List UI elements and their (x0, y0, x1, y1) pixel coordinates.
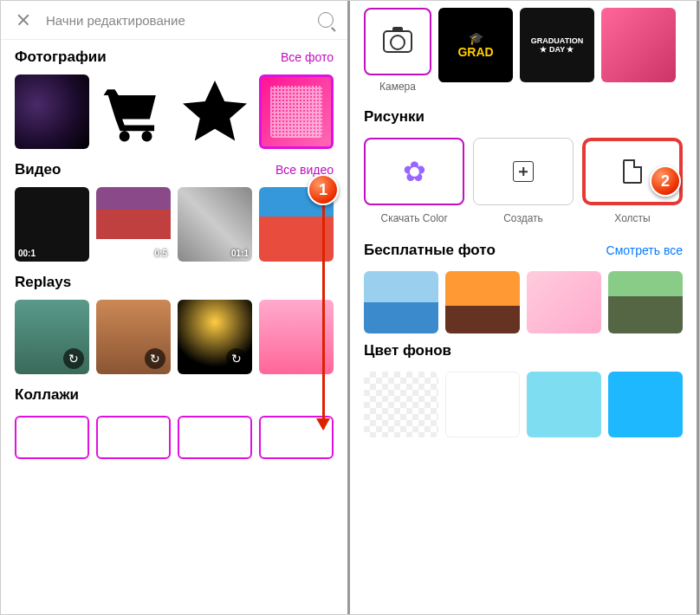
template-thumb[interactable]: 🎓GRAD (438, 8, 513, 82)
video-duration: 01:1 (231, 249, 249, 258)
video-duration: 0:5 (155, 249, 167, 258)
create-label: Создать (503, 212, 543, 224)
bg-swatch-blue[interactable] (608, 372, 683, 437)
canvas-label: Холсты (614, 212, 650, 224)
collage-item[interactable] (96, 416, 171, 459)
photo-thumb[interactable] (15, 74, 89, 149)
download-color-button[interactable]: ✿ (364, 138, 464, 205)
right-screen: Камера 🎓GRAD GRADUATION★ DAY ★ Рисунки ✿… (350, 1, 699, 614)
camera-button[interactable] (364, 8, 431, 75)
annotation-arrow (322, 204, 325, 429)
create-button[interactable] (473, 138, 574, 205)
free-photo-thumb[interactable] (364, 271, 438, 333)
replay-thumb[interactable]: ↻ (15, 300, 89, 374)
photos-all-link[interactable]: Все фото (281, 50, 334, 64)
file-icon (623, 159, 642, 184)
bg-swatch-skyblue[interactable] (527, 372, 601, 437)
template-thumb[interactable]: GRADUATION★ DAY ★ (520, 8, 594, 82)
replay-icon: ↻ (63, 348, 84, 369)
header: Начни редактирование (1, 1, 347, 40)
video-thumb[interactable]: 00:1 (15, 187, 89, 262)
camera-icon (383, 30, 412, 53)
video-duration: 00:1 (18, 249, 36, 258)
video-thumb[interactable]: 01:1 (178, 187, 252, 262)
free-photo-thumb[interactable] (608, 271, 683, 333)
collage-item[interactable] (15, 416, 89, 459)
free-photos-all-link[interactable]: Смотреть все (606, 243, 683, 257)
bg-swatch-white[interactable] (445, 372, 520, 437)
free-photo-thumb[interactable] (445, 271, 520, 333)
free-photo-thumb[interactable] (527, 271, 601, 333)
template-thumb[interactable] (601, 8, 676, 82)
collage-item[interactable] (178, 416, 252, 459)
plus-icon (513, 161, 534, 182)
replays-title: Replays (15, 274, 71, 291)
photos-title: Фотографии (15, 49, 107, 66)
photo-thumb[interactable] (96, 74, 171, 149)
replay-thumb[interactable]: ↻ (96, 300, 171, 374)
video-thumb[interactable]: 0:5 (96, 187, 171, 262)
camera-label: Камера (379, 81, 416, 93)
replay-thumb[interactable]: ↻ (178, 300, 252, 374)
annotation-marker-2: 2 (650, 165, 681, 197)
bg-swatch-transparent[interactable] (364, 372, 438, 437)
photo-thumb[interactable] (178, 74, 252, 149)
left-screen: Начни редактирование Фотографии Все фото… (1, 1, 350, 614)
annotation-marker-1: 1 (308, 174, 339, 205)
free-photos-title: Бесплатные фото (364, 242, 496, 259)
search-icon[interactable] (318, 12, 334, 28)
replay-icon: ↻ (145, 348, 165, 369)
search-input[interactable]: Начни редактирование (46, 13, 318, 28)
close-icon[interactable] (15, 11, 32, 29)
drawings-title: Рисунки (364, 108, 425, 126)
replay-icon: ↻ (226, 348, 247, 369)
collages-title: Коллажи (15, 386, 79, 404)
photo-thumb[interactable] (259, 74, 334, 149)
videos-title: Видео (15, 161, 61, 178)
lotus-icon: ✿ (403, 155, 426, 188)
download-color-label: Скачать Color (380, 212, 447, 224)
bg-color-title: Цвет фонов (364, 342, 451, 359)
